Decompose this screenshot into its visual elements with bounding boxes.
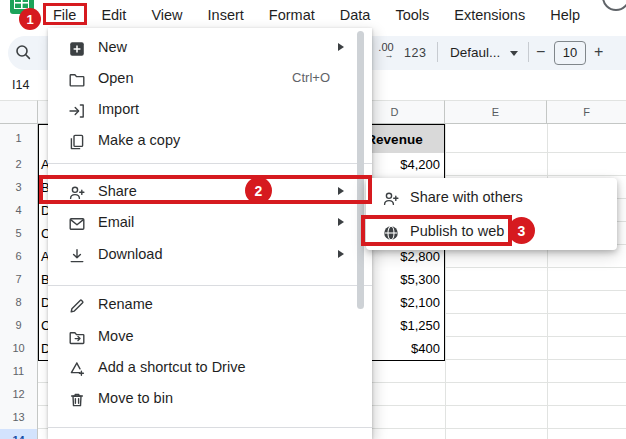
menu-item-shortcut: Ctrl+O (292, 63, 330, 93)
pencil-icon (68, 295, 86, 313)
submenu-item-label: Share with others (410, 182, 523, 212)
menu-item-label: Move to bin (98, 383, 173, 413)
search-icon[interactable] (14, 43, 32, 65)
toolbar-separator (528, 42, 529, 62)
row-header-6[interactable]: 6 (0, 245, 38, 268)
menu-extensions[interactable]: Extensions (451, 6, 528, 24)
menu-item-label: Rename (98, 289, 153, 319)
menu-item-label: Download (98, 239, 163, 269)
row-header-10[interactable]: 10 (0, 337, 38, 360)
menu-item-label: New (98, 32, 127, 62)
chevron-down-icon[interactable] (510, 51, 518, 56)
menu-item-label: Make a copy (98, 125, 180, 155)
row-header-14[interactable]: 14 (0, 429, 38, 439)
import-icon (68, 100, 86, 118)
row-header-1[interactable]: 1 (0, 124, 38, 153)
step-badge-3: 3 (508, 217, 535, 244)
download-icon (68, 245, 86, 263)
row-header-12[interactable]: 12 (0, 383, 38, 406)
menu-help[interactable]: Help (547, 6, 583, 24)
cell-A1[interactable] (38, 124, 48, 154)
step-badge-2: 2 (245, 177, 272, 204)
row-header-11[interactable]: 11 (0, 360, 38, 383)
increase-decimals-button[interactable]: .00 → (374, 41, 398, 60)
email-icon (68, 213, 86, 231)
row-header-7[interactable]: 7 (0, 268, 38, 291)
submenu-arrow-icon (338, 218, 344, 226)
menu-item-download[interactable]: Download (48, 239, 372, 269)
step-badge-1: 1 (19, 8, 41, 30)
new-document-icon (68, 38, 86, 56)
column-header-f[interactable]: F (547, 100, 626, 124)
name-box[interactable]: I14 (12, 78, 29, 92)
increase-font-size-button[interactable]: + (594, 43, 603, 61)
row-header-3[interactable]: 3 (0, 176, 38, 199)
menu-item-label: Open (98, 63, 133, 93)
menu-item-label: Import (98, 94, 139, 124)
menu-item-label: Move (98, 321, 133, 351)
menu-item-make-a-copy[interactable]: Make a copy (48, 125, 372, 155)
menu-view[interactable]: View (148, 6, 185, 24)
column-header-e[interactable]: E (445, 100, 547, 124)
menu-tools[interactable]: Tools (392, 6, 432, 24)
menu-item-open[interactable]: Open Ctrl+O (48, 63, 372, 93)
menu-items: File Edit View Insert Format Data Tools … (50, 0, 583, 30)
menu-edit[interactable]: Edit (98, 6, 129, 24)
row-header-2[interactable]: 2 (0, 153, 38, 176)
menu-scrollbar[interactable] (357, 31, 364, 309)
file-menu-dropdown: New Open Ctrl+O Import Make a copy Share… (48, 28, 372, 439)
grid-line (547, 124, 548, 439)
menu-divider (48, 285, 372, 286)
row-header-8[interactable]: 8 (0, 291, 38, 314)
grid-corner-cell[interactable] (0, 100, 38, 124)
menu-divider (48, 427, 372, 428)
decrease-font-size-button[interactable]: − (536, 43, 545, 61)
font-size-input[interactable]: 10 (554, 41, 586, 65)
cell-A10[interactable]: D (38, 337, 48, 361)
menu-item-import[interactable]: Import (48, 94, 372, 124)
toolbar-separator (437, 42, 438, 62)
menu-data[interactable]: Data (337, 6, 374, 24)
row-header-9[interactable]: 9 (0, 314, 38, 337)
font-family-dropdown[interactable]: Defaul... (450, 45, 500, 60)
cell-A9[interactable]: C (38, 314, 48, 338)
drive-shortcut-icon (68, 358, 86, 376)
annotation-box-share (39, 175, 372, 204)
google-sheets-window: D E F 1234567891011121314Revenue$4,200$2… (0, 0, 626, 439)
menu-insert[interactable]: Insert (205, 6, 247, 24)
menu-bar: File Edit View Insert Format Data Tools … (0, 0, 626, 30)
cell-A7[interactable]: B (38, 268, 48, 292)
menu-item-move[interactable]: Move (48, 321, 372, 351)
cell-A6[interactable]: A (38, 245, 48, 269)
cell-A5[interactable]: C (38, 222, 48, 246)
submenu-arrow-icon (338, 43, 344, 51)
folder-move-icon (68, 327, 86, 345)
folder-open-icon (68, 69, 86, 87)
menu-item-new[interactable]: New (48, 32, 372, 62)
copy-icon (68, 131, 86, 149)
menu-item-label: Add a shortcut to Drive (98, 352, 246, 382)
cell-A8[interactable]: D (38, 291, 48, 315)
grid-line (445, 124, 446, 439)
cell-A2[interactable]: A (38, 153, 48, 177)
avatar-icon[interactable] (602, 0, 626, 11)
annotation-box-publish-to-web (361, 215, 512, 246)
annotation-box-file (43, 3, 87, 25)
submenu-item-share-with-others[interactable]: Share with others (366, 182, 617, 212)
submenu-arrow-icon (338, 250, 344, 258)
row-header-13[interactable]: 13 (0, 406, 38, 429)
menu-item-label: Email (98, 207, 134, 237)
menu-format[interactable]: Format (266, 6, 318, 24)
number-format-button[interactable]: 123 (404, 46, 426, 60)
trash-icon (68, 389, 86, 407)
row-header-5[interactable]: 5 (0, 222, 38, 245)
menu-divider (48, 163, 372, 164)
menu-item-email[interactable]: Email (48, 207, 372, 237)
menu-item-rename[interactable]: Rename (48, 289, 372, 319)
person-add-icon (382, 188, 400, 206)
menu-item-add-shortcut-to-drive[interactable]: Add a shortcut to Drive (48, 352, 372, 382)
row-header-4[interactable]: 4 (0, 199, 38, 222)
menu-item-move-to-bin[interactable]: Move to bin (48, 383, 372, 413)
